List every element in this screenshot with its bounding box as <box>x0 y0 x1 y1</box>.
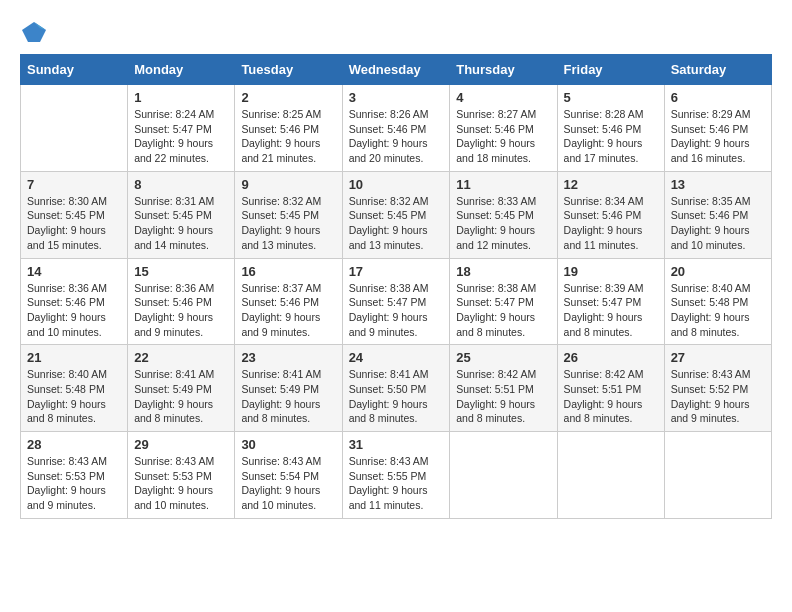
calendar-cell: 22Sunrise: 8:41 AMSunset: 5:49 PMDayligh… <box>128 345 235 432</box>
calendar-cell: 16Sunrise: 8:37 AMSunset: 5:46 PMDayligh… <box>235 258 342 345</box>
cell-content: Sunrise: 8:41 AMSunset: 5:50 PMDaylight:… <box>349 367 444 426</box>
logo-icon <box>20 20 48 44</box>
calendar-cell <box>557 432 664 519</box>
day-number: 23 <box>241 350 335 365</box>
calendar-cell: 2Sunrise: 8:25 AMSunset: 5:46 PMDaylight… <box>235 85 342 172</box>
calendar-cell <box>21 85 128 172</box>
calendar-cell: 7Sunrise: 8:30 AMSunset: 5:45 PMDaylight… <box>21 171 128 258</box>
header-day-friday: Friday <box>557 55 664 85</box>
svg-marker-0 <box>22 22 46 42</box>
day-number: 6 <box>671 90 765 105</box>
cell-content: Sunrise: 8:42 AMSunset: 5:51 PMDaylight:… <box>456 367 550 426</box>
calendar-cell <box>664 432 771 519</box>
cell-content: Sunrise: 8:40 AMSunset: 5:48 PMDaylight:… <box>671 281 765 340</box>
cell-content: Sunrise: 8:36 AMSunset: 5:46 PMDaylight:… <box>27 281 121 340</box>
cell-content: Sunrise: 8:38 AMSunset: 5:47 PMDaylight:… <box>349 281 444 340</box>
header-day-saturday: Saturday <box>664 55 771 85</box>
calendar-week-4: 21Sunrise: 8:40 AMSunset: 5:48 PMDayligh… <box>21 345 772 432</box>
header-day-tuesday: Tuesday <box>235 55 342 85</box>
day-number: 17 <box>349 264 444 279</box>
cell-content: Sunrise: 8:43 AMSunset: 5:54 PMDaylight:… <box>241 454 335 513</box>
cell-content: Sunrise: 8:32 AMSunset: 5:45 PMDaylight:… <box>241 194 335 253</box>
calendar-cell: 15Sunrise: 8:36 AMSunset: 5:46 PMDayligh… <box>128 258 235 345</box>
cell-content: Sunrise: 8:43 AMSunset: 5:53 PMDaylight:… <box>27 454 121 513</box>
day-number: 9 <box>241 177 335 192</box>
day-number: 30 <box>241 437 335 452</box>
day-number: 12 <box>564 177 658 192</box>
day-number: 7 <box>27 177 121 192</box>
cell-content: Sunrise: 8:37 AMSunset: 5:46 PMDaylight:… <box>241 281 335 340</box>
header <box>20 20 772 44</box>
calendar-cell: 8Sunrise: 8:31 AMSunset: 5:45 PMDaylight… <box>128 171 235 258</box>
day-number: 26 <box>564 350 658 365</box>
day-number: 22 <box>134 350 228 365</box>
calendar-cell: 23Sunrise: 8:41 AMSunset: 5:49 PMDayligh… <box>235 345 342 432</box>
calendar-week-3: 14Sunrise: 8:36 AMSunset: 5:46 PMDayligh… <box>21 258 772 345</box>
cell-content: Sunrise: 8:35 AMSunset: 5:46 PMDaylight:… <box>671 194 765 253</box>
header-day-thursday: Thursday <box>450 55 557 85</box>
header-day-sunday: Sunday <box>21 55 128 85</box>
calendar-cell: 28Sunrise: 8:43 AMSunset: 5:53 PMDayligh… <box>21 432 128 519</box>
calendar-cell: 26Sunrise: 8:42 AMSunset: 5:51 PMDayligh… <box>557 345 664 432</box>
day-number: 28 <box>27 437 121 452</box>
cell-content: Sunrise: 8:43 AMSunset: 5:55 PMDaylight:… <box>349 454 444 513</box>
calendar-cell: 1Sunrise: 8:24 AMSunset: 5:47 PMDaylight… <box>128 85 235 172</box>
cell-content: Sunrise: 8:25 AMSunset: 5:46 PMDaylight:… <box>241 107 335 166</box>
calendar-cell: 12Sunrise: 8:34 AMSunset: 5:46 PMDayligh… <box>557 171 664 258</box>
day-number: 15 <box>134 264 228 279</box>
cell-content: Sunrise: 8:34 AMSunset: 5:46 PMDaylight:… <box>564 194 658 253</box>
calendar-cell: 21Sunrise: 8:40 AMSunset: 5:48 PMDayligh… <box>21 345 128 432</box>
cell-content: Sunrise: 8:39 AMSunset: 5:47 PMDaylight:… <box>564 281 658 340</box>
day-number: 16 <box>241 264 335 279</box>
calendar: SundayMondayTuesdayWednesdayThursdayFrid… <box>20 54 772 519</box>
cell-content: Sunrise: 8:29 AMSunset: 5:46 PMDaylight:… <box>671 107 765 166</box>
calendar-cell: 27Sunrise: 8:43 AMSunset: 5:52 PMDayligh… <box>664 345 771 432</box>
day-number: 21 <box>27 350 121 365</box>
calendar-cell: 5Sunrise: 8:28 AMSunset: 5:46 PMDaylight… <box>557 85 664 172</box>
cell-content: Sunrise: 8:27 AMSunset: 5:46 PMDaylight:… <box>456 107 550 166</box>
calendar-cell <box>450 432 557 519</box>
calendar-cell: 25Sunrise: 8:42 AMSunset: 5:51 PMDayligh… <box>450 345 557 432</box>
day-number: 4 <box>456 90 550 105</box>
cell-content: Sunrise: 8:30 AMSunset: 5:45 PMDaylight:… <box>27 194 121 253</box>
day-number: 10 <box>349 177 444 192</box>
calendar-cell: 18Sunrise: 8:38 AMSunset: 5:47 PMDayligh… <box>450 258 557 345</box>
cell-content: Sunrise: 8:40 AMSunset: 5:48 PMDaylight:… <box>27 367 121 426</box>
cell-content: Sunrise: 8:33 AMSunset: 5:45 PMDaylight:… <box>456 194 550 253</box>
day-number: 25 <box>456 350 550 365</box>
day-number: 29 <box>134 437 228 452</box>
calendar-header-row: SundayMondayTuesdayWednesdayThursdayFrid… <box>21 55 772 85</box>
day-number: 1 <box>134 90 228 105</box>
calendar-cell: 4Sunrise: 8:27 AMSunset: 5:46 PMDaylight… <box>450 85 557 172</box>
cell-content: Sunrise: 8:42 AMSunset: 5:51 PMDaylight:… <box>564 367 658 426</box>
day-number: 3 <box>349 90 444 105</box>
cell-content: Sunrise: 8:31 AMSunset: 5:45 PMDaylight:… <box>134 194 228 253</box>
calendar-cell: 6Sunrise: 8:29 AMSunset: 5:46 PMDaylight… <box>664 85 771 172</box>
calendar-cell: 20Sunrise: 8:40 AMSunset: 5:48 PMDayligh… <box>664 258 771 345</box>
day-number: 31 <box>349 437 444 452</box>
header-day-wednesday: Wednesday <box>342 55 450 85</box>
calendar-cell: 14Sunrise: 8:36 AMSunset: 5:46 PMDayligh… <box>21 258 128 345</box>
cell-content: Sunrise: 8:36 AMSunset: 5:46 PMDaylight:… <box>134 281 228 340</box>
day-number: 19 <box>564 264 658 279</box>
cell-content: Sunrise: 8:43 AMSunset: 5:52 PMDaylight:… <box>671 367 765 426</box>
calendar-cell: 3Sunrise: 8:26 AMSunset: 5:46 PMDaylight… <box>342 85 450 172</box>
cell-content: Sunrise: 8:38 AMSunset: 5:47 PMDaylight:… <box>456 281 550 340</box>
calendar-week-2: 7Sunrise: 8:30 AMSunset: 5:45 PMDaylight… <box>21 171 772 258</box>
calendar-cell: 10Sunrise: 8:32 AMSunset: 5:45 PMDayligh… <box>342 171 450 258</box>
calendar-week-5: 28Sunrise: 8:43 AMSunset: 5:53 PMDayligh… <box>21 432 772 519</box>
day-number: 14 <box>27 264 121 279</box>
cell-content: Sunrise: 8:43 AMSunset: 5:53 PMDaylight:… <box>134 454 228 513</box>
calendar-cell: 17Sunrise: 8:38 AMSunset: 5:47 PMDayligh… <box>342 258 450 345</box>
cell-content: Sunrise: 8:41 AMSunset: 5:49 PMDaylight:… <box>134 367 228 426</box>
calendar-cell: 31Sunrise: 8:43 AMSunset: 5:55 PMDayligh… <box>342 432 450 519</box>
header-day-monday: Monday <box>128 55 235 85</box>
day-number: 13 <box>671 177 765 192</box>
day-number: 5 <box>564 90 658 105</box>
day-number: 18 <box>456 264 550 279</box>
day-number: 20 <box>671 264 765 279</box>
calendar-cell: 30Sunrise: 8:43 AMSunset: 5:54 PMDayligh… <box>235 432 342 519</box>
calendar-cell: 11Sunrise: 8:33 AMSunset: 5:45 PMDayligh… <box>450 171 557 258</box>
cell-content: Sunrise: 8:26 AMSunset: 5:46 PMDaylight:… <box>349 107 444 166</box>
day-number: 11 <box>456 177 550 192</box>
